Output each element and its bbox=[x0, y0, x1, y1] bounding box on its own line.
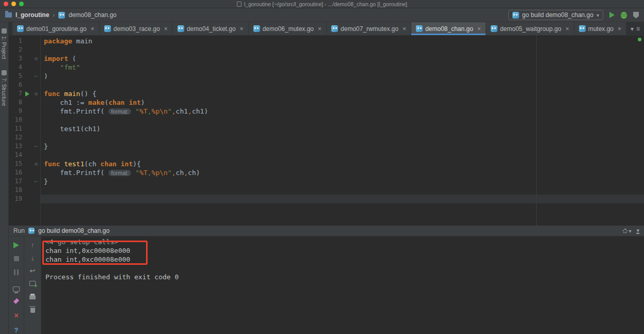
fold-open-icon[interactable]: ⊖ bbox=[33, 54, 40, 63]
tab-close-icon[interactable]: × bbox=[403, 25, 406, 33]
clear-all-button[interactable] bbox=[28, 305, 37, 313]
up-stack-trace-button[interactable]: ↑ bbox=[28, 241, 37, 249]
code-editor[interactable]: 123⊖45⌐67⊖8910111213⌐1415⊖1617⌐1819 pack… bbox=[9, 36, 644, 226]
run-main-icon[interactable] bbox=[25, 91, 29, 97]
tab-demo04_ticket.go[interactable]: demo04_ticket.go× bbox=[173, 22, 249, 35]
fold-open-icon[interactable]: ⊖ bbox=[33, 89, 40, 98]
tab-close-icon[interactable]: × bbox=[566, 25, 569, 33]
zoom-window-button[interactable] bbox=[19, 2, 24, 6]
restore-layout-button[interactable] bbox=[12, 283, 21, 291]
code-line-13[interactable]: } bbox=[41, 142, 644, 151]
tab-demo01_goroutine.go[interactable]: demo01_goroutine.go× bbox=[12, 22, 100, 35]
edit-configurations-button[interactable] bbox=[12, 298, 21, 305]
stop-button[interactable] bbox=[12, 256, 21, 263]
close-window-button[interactable] bbox=[4, 2, 8, 6]
run-button[interactable] bbox=[609, 12, 615, 18]
line-number[interactable]: 11 bbox=[11, 124, 22, 133]
down-stack-trace-button[interactable]: ↓ bbox=[28, 253, 37, 262]
inspection-status-indicator[interactable] bbox=[638, 38, 641, 41]
tab-close-icon[interactable]: × bbox=[240, 25, 244, 33]
code-line-3[interactable]: import ( bbox=[41, 54, 644, 63]
code-line-8[interactable]: ch1 := make(chan int) bbox=[41, 98, 644, 107]
code-line-6[interactable] bbox=[41, 81, 644, 89]
code-line-7[interactable]: func main() { bbox=[41, 89, 644, 98]
pause-output-button[interactable] bbox=[12, 269, 21, 276]
tab-demo05_waitgroup.go[interactable]: demo05_waitgroup.go× bbox=[486, 22, 574, 35]
breadcrumb-project[interactable]: l_goroutine bbox=[15, 11, 49, 19]
tab-demo08_chan.go[interactable]: demo08_chan.go× bbox=[411, 22, 486, 35]
code-line-2[interactable] bbox=[41, 45, 644, 54]
help-button[interactable]: ? bbox=[12, 326, 21, 334]
tab-close-icon[interactable]: × bbox=[318, 25, 321, 33]
tab-close-icon[interactable]: × bbox=[618, 25, 621, 33]
tab-demo06_mutex.go[interactable]: demo06_mutex.go× bbox=[249, 22, 327, 35]
line-number[interactable]: 6 bbox=[11, 81, 22, 89]
line-number[interactable]: 12 bbox=[11, 133, 22, 142]
line-number[interactable]: 9 bbox=[11, 107, 22, 116]
code-line-5[interactable]: ) bbox=[41, 72, 644, 81]
line-number[interactable]: 5 bbox=[11, 72, 22, 81]
tab-label: demo04_ticket.go bbox=[187, 25, 236, 33]
line-number[interactable]: 18 bbox=[11, 186, 22, 195]
code-token-kw: make bbox=[88, 99, 104, 106]
line-number[interactable]: 13 bbox=[11, 142, 22, 151]
line-number[interactable]: 7 bbox=[11, 89, 22, 98]
tab-close-icon[interactable]: × bbox=[91, 25, 94, 33]
line-number[interactable]: 15 bbox=[11, 160, 22, 168]
code-line-12[interactable] bbox=[41, 133, 644, 142]
hamburger-menu-icon[interactable]: ≡ bbox=[636, 25, 640, 33]
minimize-window-button[interactable] bbox=[11, 2, 16, 6]
code-line-15[interactable]: func test1(ch chan int){ bbox=[41, 160, 644, 168]
breadcrumb-file[interactable]: demo08_chan.go bbox=[69, 11, 117, 19]
close-panel-button[interactable]: × bbox=[12, 311, 21, 320]
fold-end-icon[interactable]: ⌐ bbox=[33, 142, 40, 151]
debug-button[interactable] bbox=[621, 12, 627, 19]
line-number[interactable]: 4 bbox=[11, 63, 22, 72]
code-line-9[interactable]: fmt.Printf( format: "%T,%p\n",ch1,ch1) bbox=[41, 107, 644, 116]
line-number[interactable]: 8 bbox=[11, 98, 22, 107]
editor-gutter[interactable]: 123⊖45⌐67⊖8910111213⌐1415⊖1617⌐1819 bbox=[9, 36, 41, 226]
code-line-1[interactable]: package main bbox=[41, 37, 644, 45]
fold-open-icon[interactable]: ⊖ bbox=[33, 160, 40, 168]
code-line-18[interactable] bbox=[41, 186, 644, 195]
line-number[interactable]: 16 bbox=[11, 168, 22, 177]
code-line-11[interactable]: test1(ch1) bbox=[41, 124, 644, 133]
tab-demo03_race.go[interactable]: demo03_race.go× bbox=[100, 22, 173, 35]
tab-demo07_rwmutex.go[interactable]: demo07_rwmutex.go× bbox=[327, 22, 411, 35]
tab-close-icon[interactable]: × bbox=[164, 25, 168, 33]
code-line-10[interactable] bbox=[41, 116, 644, 124]
code-token-txt: ) bbox=[196, 169, 200, 177]
tool-stripe-button-1-project[interactable]: 1: Project bbox=[1, 28, 7, 59]
go-file-icon bbox=[28, 228, 35, 234]
stop-icon bbox=[14, 256, 19, 261]
code-line-4[interactable]: "fmt" bbox=[41, 63, 644, 72]
fold-end-icon[interactable]: ⌐ bbox=[33, 177, 40, 186]
line-number[interactable]: 14 bbox=[11, 151, 22, 160]
gutter-row-14: 14 bbox=[11, 151, 40, 160]
code-line-14[interactable] bbox=[41, 151, 644, 160]
run-with-coverage-button[interactable] bbox=[633, 12, 639, 19]
line-number[interactable]: 17 bbox=[11, 177, 22, 186]
print-button[interactable] bbox=[28, 292, 37, 300]
run-console[interactable]: <4 go setup calls>chan int,0xc00008e000c… bbox=[41, 236, 644, 334]
run-configuration-select[interactable]: go build demo08_chan.go ▾ bbox=[508, 10, 603, 20]
tab-mutex.go[interactable]: mutex.go× bbox=[574, 22, 626, 35]
settings-gear-button[interactable]: ▾ bbox=[623, 228, 631, 234]
code-line-16[interactable]: fmt.Printf( format: "%T,%p\n",ch,ch) bbox=[41, 168, 644, 177]
tab-close-icon[interactable]: × bbox=[477, 25, 481, 33]
new-console-button[interactable] bbox=[28, 279, 37, 288]
line-number[interactable]: 3 bbox=[11, 54, 22, 63]
line-number[interactable]: 10 bbox=[11, 116, 22, 124]
code-line-17[interactable]: } bbox=[41, 177, 644, 186]
soft-wraps-button[interactable]: ↩ bbox=[28, 266, 37, 275]
line-number[interactable]: 1 bbox=[11, 37, 22, 45]
line-number[interactable]: 19 bbox=[11, 195, 22, 203]
editor-code-area[interactable]: package mainimport ( "fmt")func main() {… bbox=[41, 36, 644, 226]
hide-panel-button[interactable]: ▾ bbox=[636, 228, 639, 234]
fold-end-icon[interactable]: ⌐ bbox=[33, 72, 40, 81]
tool-stripe-button-7-structure[interactable]: 7: Structure bbox=[1, 70, 7, 106]
rerun-button[interactable] bbox=[12, 242, 21, 249]
line-number[interactable]: 2 bbox=[11, 45, 22, 54]
chevron-down-icon[interactable]: ▾ bbox=[631, 25, 634, 33]
code-line-19[interactable] bbox=[41, 195, 644, 203]
